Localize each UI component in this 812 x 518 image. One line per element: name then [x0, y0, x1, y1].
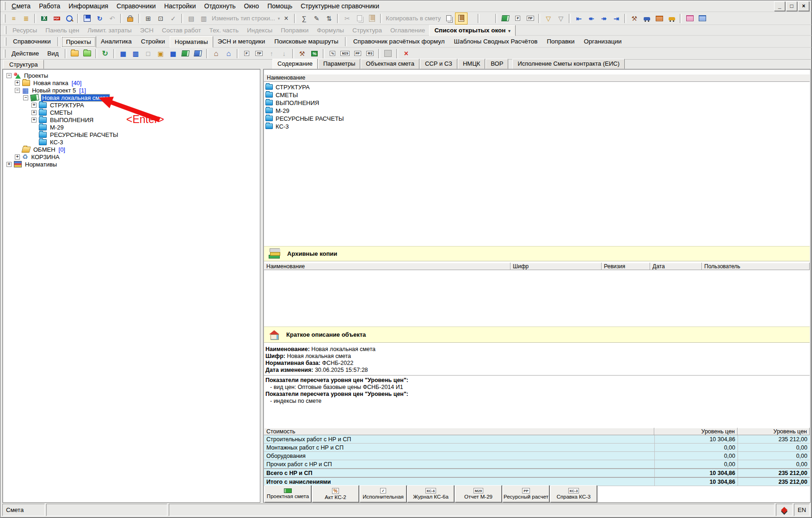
section-spravochnik-formul[interactable]: Справочник расчётных формул	[349, 36, 449, 47]
archive-col-shifr[interactable]: Шифр	[511, 263, 602, 270]
menu-vid[interactable]: Вид	[43, 49, 62, 58]
level-up-button[interactable]: ↞	[585, 12, 597, 25]
print-button[interactable]: ▤	[185, 12, 197, 25]
menu-otdohnut[interactable]: Отдохнуть	[200, 1, 240, 11]
list-item-ks3[interactable]: КС-3	[265, 123, 289, 130]
insert-row-button[interactable]: ⊞	[142, 12, 154, 25]
calculator-button[interactable]: ∑	[298, 12, 310, 25]
menu-strukturnye-spravochniki[interactable]: Структурные справочники	[296, 1, 383, 11]
open-estimate-button[interactable]: ▩	[167, 48, 179, 60]
folder-up-button[interactable]	[68, 48, 81, 60]
doc-edit-button[interactable]: ✎	[310, 12, 323, 25]
resources-button[interactable]: ⚒	[628, 12, 640, 25]
menu-smeta[interactable]: Смета	[7, 1, 35, 11]
tree-item-new-project-5[interactable]: −▦Новый проект 5[1]	[3, 86, 260, 94]
report-spravka-ks3-button[interactable]: КС-3Справка КС-3	[550, 485, 597, 502]
undo-button[interactable]: ↶	[106, 12, 118, 25]
collapse-toggle[interactable]: −	[23, 95, 28, 100]
tree-item-structura[interactable]: +СТРУКТУРА	[3, 101, 260, 109]
section-stroiki[interactable]: Стройки	[136, 36, 170, 47]
restore-button[interactable]: □	[786, 1, 797, 11]
tab-ssr-sz[interactable]: ССР и СЗ	[420, 59, 457, 69]
section-analitika[interactable]: Аналитика	[96, 36, 136, 47]
resource-calc-button[interactable]: ⚒	[296, 48, 308, 60]
menu-deistvie[interactable]: Действие	[7, 49, 43, 58]
move-up-button[interactable]: ↑	[265, 48, 278, 60]
cost-col-uroven-cen-1[interactable]: Уровень цен	[654, 428, 738, 435]
section-esn-metodiki[interactable]: ЭСН и методики	[213, 36, 270, 47]
paste-special-button[interactable]	[455, 12, 468, 25]
cut-button[interactable]: ✂	[341, 12, 353, 25]
tree-item-resource-calcs[interactable]: РЕСУРСНЫЕ РАСЧЕТЫ	[3, 131, 260, 138]
new-estimate-button[interactable]: ▣	[154, 48, 167, 60]
tab-obektnaya-smeta[interactable]: Объектная смета	[361, 59, 419, 69]
transport-button[interactable]	[665, 12, 678, 25]
close-view-button[interactable]: ×	[400, 48, 412, 60]
list-item-smety[interactable]: СМЕТЫ	[265, 91, 298, 99]
report-akt-ks2-button[interactable]: %Акт КС-2	[312, 485, 359, 502]
tree-item-korzina[interactable]: +♻КОРЗИНА	[3, 153, 260, 160]
layers-blue-button[interactable]	[696, 12, 708, 25]
tree-item-new-folder[interactable]: +Новая папка[40]	[3, 79, 260, 86]
layers-pink-button[interactable]	[683, 12, 696, 25]
tree-item-vypolneniya[interactable]: +ВЫПОЛНЕНИЯ	[3, 116, 260, 123]
menu-pomosch[interactable]: Помощь	[263, 1, 296, 11]
copy-to-doc-button[interactable]	[443, 12, 455, 25]
tab-nmck[interactable]: НМЦК	[458, 59, 485, 69]
lock-button[interactable]	[124, 12, 136, 25]
report-zhurnal-ks6a-button[interactable]: КС-6Журнал КС-6а	[407, 485, 454, 502]
minimize-button[interactable]: _	[774, 1, 785, 11]
insert-row-alt-button[interactable]: ⊡	[154, 12, 167, 25]
expand-toggle[interactable]: +	[15, 80, 20, 86]
level-first-button[interactable]: ⇤	[572, 12, 585, 25]
expand-toggle[interactable]: +	[15, 154, 20, 160]
slide-button[interactable]: ▥	[197, 12, 210, 25]
doc-p-button2[interactable]: P	[240, 48, 253, 60]
folder-collapse-button[interactable]	[81, 48, 93, 60]
tree-item-m29[interactable]: М-29	[3, 123, 260, 131]
paste-button[interactable]	[366, 12, 378, 25]
materials-button[interactable]	[653, 12, 665, 25]
section-proekty[interactable]: Проекты	[61, 36, 96, 48]
clear-row-type-button[interactable]: ×	[280, 12, 292, 25]
menu-okno[interactable]: Окно	[240, 1, 264, 11]
list-item-vypolneniya[interactable]: ВЫПОЛНЕНИЯ	[265, 99, 319, 106]
expand-toggle[interactable]: +	[6, 162, 12, 167]
close-button[interactable]: ×	[798, 1, 809, 11]
book-settings-button[interactable]	[499, 12, 511, 25]
act-percent-button[interactable]: %	[326, 48, 339, 60]
report-ispolnitelnaya-button[interactable]: ✓Исполнительная	[360, 485, 406, 502]
copy-button[interactable]	[353, 12, 366, 25]
tree-item-obmen[interactable]: ОБМЕН[0]	[3, 146, 260, 153]
tree-item-normativy[interactable]: +Нормативы	[3, 160, 260, 168]
report-m29-button[interactable]: М29	[339, 48, 351, 60]
excel-export-button[interactable]: X	[38, 12, 50, 25]
collapse-toggle[interactable]: −	[15, 88, 20, 93]
expand-toggle[interactable]: +	[31, 103, 37, 108]
archive-col-polzovatel[interactable]: Пользователь	[702, 263, 810, 270]
report-otchet-m29-button[interactable]: М29Отчет М-29	[455, 485, 502, 502]
archive-col-naimenovanie[interactable]: Наименование	[264, 263, 511, 270]
new-doc-button[interactable]: □	[142, 48, 154, 60]
report-resursny-raschet-button[interactable]: РРРесурсный расчет	[503, 485, 549, 502]
list-item-resursnye-raschety[interactable]: РЕСУРСНЫЕ РАСЧЕТЫ	[265, 115, 344, 122]
tree-item-ks3[interactable]: КС-3	[3, 138, 260, 146]
tab-soderzhanie[interactable]: Содержание	[272, 59, 318, 69]
filter-clear-button[interactable]: ▽	[554, 12, 567, 25]
report-f3-button[interactable]: ФЗ	[364, 48, 376, 60]
new-project-button[interactable]: ▦	[117, 48, 129, 60]
tab-vor[interactable]: ВОР	[486, 59, 508, 69]
mark-button[interactable]: ✓	[167, 12, 179, 25]
report-pp-button[interactable]: РР	[351, 48, 364, 60]
panel-structure-alt-button[interactable]: ≣	[20, 12, 32, 25]
tab-ispolnenie-eis[interactable]: Исполнение Сметы контракта (ЕИС)	[512, 59, 624, 69]
tree-item-new-local-estimate[interactable]: −Новая локальная смета	[3, 94, 260, 101]
report-project-estimate-button[interactable]: Проектная смета	[265, 485, 311, 502]
level-down-button[interactable]: ↠	[597, 12, 610, 25]
section-popravki[interactable]: Поправки	[542, 36, 579, 47]
tab-parametry[interactable]: Параметры	[318, 59, 360, 69]
expand-toggle[interactable]: +	[31, 110, 37, 115]
menu-spravochniki[interactable]: Справочники	[112, 1, 160, 11]
machines-button[interactable]	[640, 12, 653, 25]
menu-nastroiki[interactable]: Настройки	[160, 1, 200, 11]
